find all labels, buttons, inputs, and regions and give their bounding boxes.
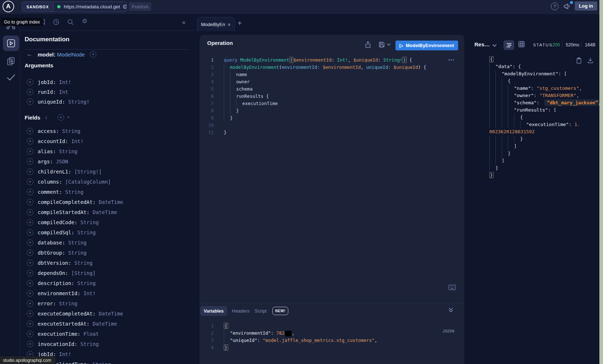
add-field-plus-icon[interactable]: + <box>27 219 33 226</box>
add-field-plus-icon[interactable]: + <box>27 300 33 307</box>
response-table-view-button[interactable] <box>518 41 525 47</box>
field-type[interactable]: [String!] <box>74 169 102 175</box>
indent-guide <box>224 100 230 107</box>
doc-field-row: +runId: Int <box>0 87 192 97</box>
rail-item-changelog[interactable] <box>7 57 16 66</box>
save-chevron-icon[interactable] <box>387 43 391 46</box>
code-token: 782 <box>276 330 285 336</box>
add-field-plus-icon[interactable]: + <box>27 148 33 155</box>
operation-overflow-button[interactable]: ••• <box>448 58 455 62</box>
field-type[interactable]: String <box>78 280 96 286</box>
field-type[interactable]: String <box>74 260 93 266</box>
field-type[interactable]: String <box>62 128 80 134</box>
doc-field-row: +compiledCode: String <box>0 217 192 227</box>
field-type[interactable]: JSON <box>56 159 68 164</box>
indent-guide <box>502 78 508 85</box>
field-type[interactable]: String <box>68 240 87 246</box>
add-field-plus-icon[interactable]: + <box>27 250 33 256</box>
add-field-plus-icon[interactable]: + <box>27 331 33 337</box>
sidebar-collapse-button[interactable]: « <box>182 19 185 26</box>
new-badge: NEW! <box>272 307 288 315</box>
type-ref-label: model: <box>38 51 55 58</box>
field-type[interactable]: Int <box>59 89 68 95</box>
tab-headers[interactable]: Headers <box>232 308 250 314</box>
collapse-panel-double-chevron-icon[interactable] <box>448 307 453 313</box>
field-type[interactable]: DateTime <box>93 209 117 215</box>
field-type[interactable]: Int! <box>59 79 71 85</box>
field-type[interactable]: String! <box>68 99 89 105</box>
code-line: "schema": “dbt_mary_jackson”, <box>479 99 603 106</box>
add-field-plus-icon[interactable]: + <box>27 290 33 297</box>
response-dropdown-chevron-icon[interactable] <box>492 44 497 47</box>
add-field-plus-icon[interactable]: + <box>27 189 33 195</box>
add-field-plus-icon[interactable]: + <box>27 99 33 105</box>
login-button[interactable]: Log in <box>575 1 597 11</box>
tab-close-icon[interactable]: × <box>227 21 231 28</box>
tab-modelbyenvironment[interactable]: ModelByEnvi… × <box>197 17 235 31</box>
field-type[interactable]: String <box>80 219 99 225</box>
sort-fields-icon[interactable]: ↓ <box>45 114 48 120</box>
add-field-plus-icon[interactable]: + <box>27 158 33 165</box>
add-all-fields-plus-icon[interactable]: + <box>58 114 64 121</box>
share-icon[interactable] <box>365 41 371 48</box>
add-field-plus-icon[interactable]: + <box>27 229 33 236</box>
field-type[interactable]: DateTime <box>93 321 117 327</box>
add-field-plus-icon[interactable]: + <box>27 199 33 205</box>
field-type[interactable]: Int! <box>83 290 96 296</box>
indent-guide <box>514 135 520 143</box>
back-arrow-icon[interactable]: ← <box>26 51 33 58</box>
add-field-plus-icon[interactable]: + <box>27 239 33 246</box>
add-field-plus-icon[interactable]: + <box>27 168 33 175</box>
field-type[interactable]: String <box>68 250 87 256</box>
field-type[interactable]: String <box>78 230 96 235</box>
add-field-plus-icon[interactable]: + <box>27 89 33 95</box>
add-field-plus-icon[interactable]: + <box>27 280 33 286</box>
fields-chevron-icon[interactable]: ⌄ <box>67 114 70 119</box>
search-icon[interactable] <box>67 19 74 25</box>
apollo-logo-icon[interactable]: A <box>3 1 14 12</box>
settings-gear-icon[interactable]: ⚙ <box>82 18 87 24</box>
field-type[interactable]: String <box>80 341 99 347</box>
add-field-plus-icon[interactable]: + <box>27 341 33 347</box>
field-type[interactable]: Int! <box>71 138 84 144</box>
add-field-plus-icon[interactable]: + <box>27 138 33 145</box>
code-token: owner <box>236 79 250 84</box>
field-type[interactable]: [CatalogColumn] <box>65 179 111 185</box>
field-type[interactable]: String <box>65 189 84 195</box>
add-field-plus-icon[interactable]: + <box>27 128 33 134</box>
type-ref-type-link[interactable]: ModelNode <box>57 51 85 58</box>
announcements-megaphone-icon[interactable] <box>563 3 571 10</box>
field-type[interactable]: String <box>93 361 111 364</box>
response-json-viewer[interactable]: {"data": {"modelByEnvironment": [{"name"… <box>479 56 603 179</box>
keyboard-shortcuts-icon[interactable] <box>448 285 456 290</box>
field-type[interactable]: String <box>59 148 78 154</box>
endpoint-url-input[interactable]: https://metadata.cloud.get <box>64 4 122 9</box>
tab-script[interactable]: Script <box>255 308 267 314</box>
add-field-plus-icon[interactable]: + <box>27 179 33 185</box>
endpoint-settings-gear-icon[interactable]: ⚙ <box>122 4 127 10</box>
add-type-plus-icon[interactable]: + <box>90 51 96 58</box>
publish-button[interactable]: Publish <box>129 2 151 11</box>
field-type[interactable]: DateTime <box>99 199 123 205</box>
help-icon[interactable]: ? <box>551 3 558 10</box>
field-type[interactable]: DateTime <box>99 311 123 317</box>
field-type[interactable]: Float <box>83 331 99 337</box>
history-icon[interactable] <box>53 19 59 25</box>
field-type[interactable]: Int! <box>59 351 71 357</box>
add-field-plus-icon[interactable]: + <box>27 209 33 216</box>
add-field-plus-icon[interactable]: + <box>27 310 33 317</box>
add-field-plus-icon[interactable]: + <box>27 79 33 85</box>
query-editor[interactable]: 1query ModelByEnvironment($environmentId… <box>200 57 426 136</box>
field-type[interactable]: [String] <box>71 270 96 276</box>
add-field-plus-icon[interactable]: + <box>27 321 33 327</box>
tab-variables[interactable]: Variables <box>200 306 227 316</box>
new-tab-button[interactable]: + <box>238 19 242 28</box>
code-token: 1. <box>574 122 580 127</box>
response-tree-view-button[interactable] <box>503 40 514 50</box>
run-operation-button[interactable]: ▷ ModelByEnvironment <box>395 41 458 50</box>
field-type[interactable]: String <box>59 301 78 306</box>
save-icon[interactable] <box>379 42 385 47</box>
add-field-plus-icon[interactable]: + <box>27 260 33 266</box>
add-field-plus-icon[interactable]: + <box>27 270 33 276</box>
variables-editor[interactable]: 1{2"environmentId": 782,3"uniqueId": "mo… <box>200 322 377 351</box>
